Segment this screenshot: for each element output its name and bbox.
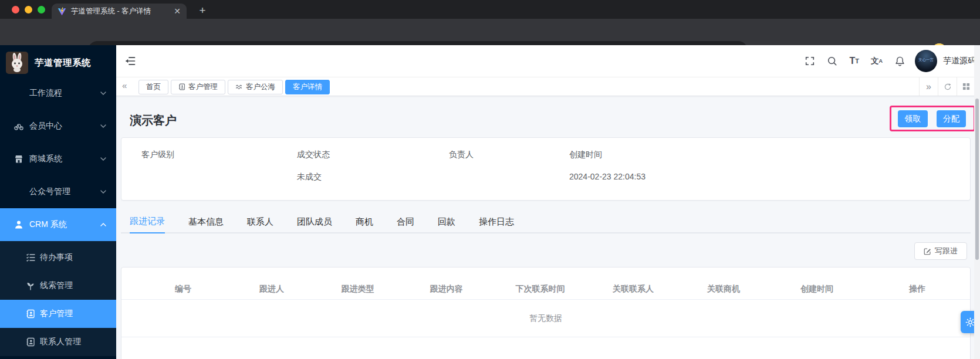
window-controls	[12, 0, 45, 19]
sidebar-item-member[interactable]: 会员中心	[0, 110, 116, 143]
app-header: TT 文A 文心一言 芋道源码	[116, 45, 980, 77]
sidebar-item-mall[interactable]: 商城系统	[0, 143, 116, 175]
customer-book-icon	[178, 83, 185, 90]
username[interactable]: 芋道源码	[943, 56, 976, 66]
detail-tabs: 跟进记录 基本信息 联系人 团队成员 商机 合同 回款 操作日志	[121, 210, 971, 233]
tags-scroll-right-icon[interactable]: »	[919, 77, 938, 96]
sidebar-item-leads[interactable]: 线索管理	[0, 272, 116, 300]
fullscreen-icon[interactable]	[805, 56, 815, 66]
tab-team-members[interactable]: 团队成员	[297, 210, 332, 233]
crm-user-icon	[14, 220, 23, 229]
todo-list-icon	[26, 253, 35, 262]
window-minimize-button[interactable]	[25, 6, 32, 13]
sea-waves-icon	[235, 83, 243, 90]
chevron-up-icon	[100, 221, 107, 228]
column-header: 下次联系时间	[492, 284, 588, 294]
notification-bell-icon[interactable]	[894, 56, 905, 67]
page-title: 演示客户	[130, 113, 177, 128]
customer-summary-card: 客户级别 成交状态 未成交 负责人 创建时间 2024-02-23 22:04:…	[121, 137, 971, 201]
tab-close-icon[interactable]: ✕	[174, 7, 181, 15]
tab-receivables[interactable]: 回款	[438, 210, 455, 233]
tab-contracts[interactable]: 合同	[397, 210, 414, 233]
sidebar-item-customers[interactable]: 客户管理	[0, 300, 116, 328]
sidebar-item-workflow[interactable]: 工作流程	[0, 77, 116, 110]
column-header: 跟进类型	[315, 284, 401, 294]
column-header: 跟进人	[228, 284, 315, 294]
logo-rabbit-image	[6, 52, 28, 74]
tags-list: 首页 客户管理	[138, 79, 330, 94]
font-size-icon[interactable]: TT	[849, 56, 859, 66]
new-tab-button[interactable]: +	[195, 3, 210, 18]
tab-opportunities[interactable]: 商机	[356, 210, 373, 233]
tags-controls: »	[919, 77, 975, 96]
edit-icon	[924, 248, 931, 255]
window-close-button[interactable]	[12, 6, 19, 13]
tab-followup-records[interactable]: 跟进记录	[130, 210, 165, 233]
column-header: 操作	[865, 284, 970, 294]
search-icon[interactable]	[827, 56, 837, 66]
chevron-down-icon	[100, 155, 107, 162]
member-center-icon	[14, 121, 23, 131]
tag-customer-management[interactable]: 客户管理	[171, 80, 225, 94]
field-owner: 负责人	[449, 150, 569, 200]
crm-submenu: 待办事项 线索管理 客户管理	[0, 241, 116, 356]
tab-operation-log[interactable]: 操作日志	[479, 210, 514, 233]
browser-tab[interactable]: 芋道管理系统 - 客户详情 ✕	[52, 4, 187, 19]
leads-seedling-icon	[26, 281, 35, 290]
write-followup-button[interactable]: 写跟进	[914, 242, 967, 260]
language-icon[interactable]: 文A	[871, 56, 883, 66]
browser-tab-title: 芋道管理系统 - 客户详情	[71, 6, 169, 16]
tag-customer-pool[interactable]: 客户公海	[228, 80, 283, 94]
column-header: 关联联系人	[588, 284, 678, 294]
user-avatar[interactable]: 文心一言	[915, 50, 937, 72]
sidebar-item-todo[interactable]: 待办事项	[0, 243, 116, 272]
contact-book-icon	[26, 337, 35, 347]
browser-toolbar: 127.0.0.1/crm/customer/detail/17 6	[0, 19, 980, 45]
sidebar-item-official-account[interactable]: 公众号管理	[0, 175, 116, 208]
sidebar-item-crm[interactable]: CRM 系统	[0, 208, 116, 241]
sidebar-logo[interactable]: 芋道管理系统	[0, 49, 116, 77]
tags-layout-grid-icon[interactable]	[957, 77, 975, 96]
claim-button[interactable]: 领取	[898, 110, 928, 127]
tags-scroll-left-icon[interactable]: «	[122, 80, 127, 90]
column-header: 跟进内容	[401, 284, 492, 294]
column-header: 创建时间	[769, 284, 864, 294]
main-content: 演示客户 领取 分配 客户级别 成交状态 未成交 负责人 创建时间 2024-0…	[116, 96, 980, 359]
tag-customer-detail[interactable]: 客户详情	[285, 80, 330, 94]
browser-tab-strip: 芋道管理系统 - 客户详情 ✕ +	[0, 0, 980, 19]
field-deal-status: 成交状态 未成交	[297, 150, 449, 200]
customer-book-icon	[26, 309, 35, 319]
chevron-down-icon	[100, 90, 107, 97]
table-empty-state: 暂无数据	[121, 300, 970, 337]
window-zoom-button[interactable]	[38, 6, 45, 13]
followup-table-card: 编号 跟进人 跟进类型 跟进内容 下次联系时间 关联联系人 关联商机 创建时间 …	[121, 267, 971, 359]
column-header: 关联商机	[678, 284, 769, 294]
column-header: 编号	[121, 284, 228, 294]
mall-icon	[14, 154, 23, 164]
sidebar-logo-title: 芋道管理系统	[35, 57, 91, 69]
tags-refresh-icon[interactable]	[938, 77, 957, 96]
assign-button[interactable]: 分配	[937, 110, 966, 127]
field-create-time: 创建时间 2024-02-23 22:04:53	[569, 150, 970, 200]
sidebar: 芋道管理系统 工作流程 会员中心	[0, 45, 116, 359]
chevron-down-icon	[100, 123, 107, 130]
tab-contacts[interactable]: 联系人	[247, 210, 273, 233]
official-account-icon	[14, 187, 23, 197]
table-header-row: 编号 跟进人 跟进类型 跟进内容 下次联系时间 关联联系人 关联商机 创建时间 …	[121, 267, 970, 300]
tab-basic-info[interactable]: 基本信息	[188, 210, 224, 233]
tags-view-bar: « 首页 客户管理	[116, 77, 980, 96]
chevron-down-icon	[100, 188, 107, 195]
field-customer-level: 客户级别	[141, 150, 297, 200]
app-window: 芋道管理系统 - 客户详情 ✕ + 127.0.0.1/crm/customer…	[0, 0, 980, 359]
sidebar-item-contacts[interactable]: 联系人管理	[0, 328, 116, 356]
tag-home[interactable]: 首页	[138, 80, 168, 94]
header-actions: TT 文A 文心一言 芋道源码	[805, 45, 976, 77]
page-scrollbar-thumb[interactable]	[975, 99, 979, 260]
vite-favicon-icon	[58, 7, 66, 16]
collapse-menu-icon[interactable]	[124, 55, 136, 67]
workflow-icon	[14, 89, 23, 98]
